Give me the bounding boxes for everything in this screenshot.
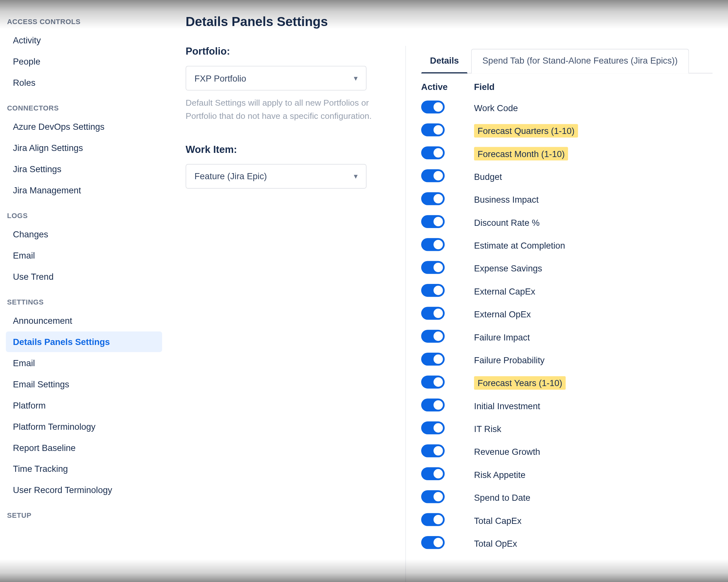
sidebar-section-label: SETTINGS [6,287,162,310]
table-row: Failure Probability [421,349,716,371]
active-toggle[interactable] [421,101,445,113]
table-row: Work Code [421,96,716,119]
left-column: Portfolio: FXP Portfolio ▼ Default Setti… [185,46,388,582]
table-row: Estimate at Completion [421,234,716,257]
active-toggle[interactable] [421,399,445,411]
sidebar-item[interactable]: Platform Terminology [6,416,162,437]
table-row: Failure Impact [421,326,716,349]
field-name: Revenue Growth [474,446,540,457]
field-name: Expense Savings [474,263,542,274]
field-name: Total CapEx [474,515,522,526]
field-name: External OpEx [474,309,531,320]
field-name: Failure Impact [474,331,530,343]
sidebar-item[interactable]: Jira Settings [6,159,162,179]
active-toggle[interactable] [421,422,445,434]
sidebar-section-label: ACCESS CONTROLS [6,7,162,29]
active-toggle[interactable] [421,376,445,388]
field-name: Forecast Years (1-10) [474,376,566,389]
sidebar-section-label: SETUP [6,501,162,523]
sidebar-item[interactable]: People [6,51,162,72]
sidebar-item[interactable]: Jira Align Settings [6,137,162,158]
field-name: Work Code [474,102,518,113]
sidebar-item[interactable]: Roles [6,72,162,93]
active-toggle[interactable] [421,536,445,549]
field-name: Initial Investment [474,400,540,411]
chevron-down-icon: ▼ [353,75,359,82]
sidebar-item[interactable]: Use Trend [6,266,162,287]
header-field: Field [474,82,716,92]
sidebar-item[interactable]: Announcement [6,310,162,331]
tab-details[interactable]: Details [421,49,468,74]
field-name: Business Impact [474,194,539,205]
active-toggle[interactable] [421,353,445,365]
portfolio-select-value: FXP Portfolio [194,73,246,83]
workitem-select-value: Feature (Jira Epic) [194,171,267,181]
page-title: Details Panels Settings [185,14,728,29]
sidebar-item[interactable]: Details Panels Settings [6,331,162,352]
active-toggle[interactable] [421,238,445,251]
sidebar-item[interactable]: User Record Terminology [6,480,162,500]
field-name: Risk Appetite [474,469,525,480]
table-row: Spend to Date [421,486,716,509]
main-content: Details Panels Settings Portfolio: FXP P… [168,0,728,582]
active-toggle[interactable] [421,215,445,228]
sidebar-item[interactable]: Azure DevOps Settings [6,116,162,137]
field-name: IT Risk [474,423,501,435]
table-row: Revenue Growth [421,440,716,463]
active-toggle[interactable] [421,330,445,343]
table-row: Business Impact [421,188,716,211]
sidebar-item[interactable]: Platform [6,395,162,415]
sidebar: ACCESS CONTROLSActivityPeopleRolesCONNEC… [0,0,168,582]
active-toggle[interactable] [421,169,445,182]
field-name: Discount Rate % [474,217,540,228]
table-row: Discount Rate % [421,211,716,234]
table-header: Active Field [421,82,716,92]
table-row: Risk Appetite [421,463,716,486]
field-name: Budget [474,171,502,182]
table-row: Total OpEx [421,532,716,555]
sidebar-item[interactable]: Email [6,245,162,265]
table-row: Forecast Month (1-10) [421,142,716,165]
sidebar-item[interactable]: Email [6,353,162,373]
active-toggle[interactable] [421,513,445,526]
sidebar-section-label: LOGS [6,201,162,224]
table-row: External CapEx [421,280,716,303]
active-toggle[interactable] [421,192,445,205]
sidebar-item[interactable]: Report Baseline [6,437,162,458]
field-name: Spend to Date [474,492,530,503]
field-name: Estimate at Completion [474,240,565,251]
header-active: Active [421,82,474,92]
active-toggle[interactable] [421,123,445,136]
portfolio-hint: Default Settings will apply to all new P… [185,96,388,123]
active-toggle[interactable] [421,307,445,320]
table-row: IT Risk [421,417,716,440]
chevron-down-icon: ▼ [353,173,359,180]
active-toggle[interactable] [421,444,445,457]
portfolio-label: Portfolio: [185,46,388,58]
right-column: Details Spend Tab (for Stand-Alone Featu… [406,46,728,582]
field-name: Forecast Quarters (1-10) [474,124,578,137]
workitem-select[interactable]: Feature (Jira Epic) ▼ [185,164,367,188]
table-row: Forecast Quarters (1-10) [421,119,716,142]
field-name: Failure Probability [474,354,545,365]
table-row: Expense Savings [421,257,716,280]
active-toggle[interactable] [421,490,445,503]
sidebar-section-label: CONNECTORS [6,94,162,116]
field-name: Forecast Month (1-10) [474,147,569,160]
workitem-label: Work Item: [185,144,388,156]
tab-spend[interactable]: Spend Tab (for Stand-Alone Features (Jir… [471,49,689,74]
active-toggle[interactable] [421,467,445,480]
sidebar-item[interactable]: Time Tracking [6,458,162,479]
sidebar-item[interactable]: Jira Management [6,180,162,200]
active-toggle[interactable] [421,147,445,159]
table-row: External OpEx [421,303,716,325]
sidebar-item[interactable]: Changes [6,224,162,245]
active-toggle[interactable] [421,261,445,274]
table-row: Total CapEx [421,509,716,532]
sidebar-item[interactable]: Activity [6,30,162,50]
active-toggle[interactable] [421,284,445,297]
tabs: Details Spend Tab (for Stand-Alone Featu… [421,48,712,74]
field-name: Total OpEx [474,538,517,549]
portfolio-select[interactable]: FXP Portfolio ▼ [185,66,367,91]
sidebar-item[interactable]: Email Settings [6,374,162,395]
